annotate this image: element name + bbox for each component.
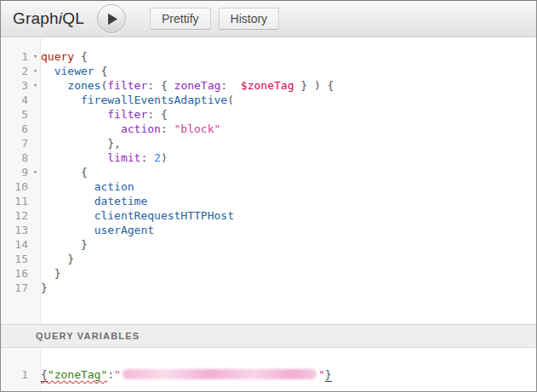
code-token: ( <box>227 94 234 106</box>
line-number: 15 <box>1 252 30 266</box>
code-text: action: "block" <box>41 122 220 135</box>
line-number: 1 <box>1 49 30 64</box>
code-token: { <box>41 166 88 179</box>
fold-arrow-icon[interactable]: ▾ <box>30 165 41 179</box>
code-line: 15 } <box>1 252 536 266</box>
code-token: } <box>325 368 332 382</box>
code-token: ) <box>161 151 168 164</box>
code-token: zones <box>67 79 100 92</box>
code-line: 2▾ viewer { <box>1 64 536 78</box>
history-button[interactable]: History <box>219 8 280 30</box>
code-token: query <box>41 50 74 63</box>
code-token: userAgent <box>94 224 154 236</box>
toolbar: Prettify History <box>150 8 279 30</box>
code-line: 17} <box>1 281 536 295</box>
graphiql-app: GraphiQL Prettify History 1▾query {2▾ vi… <box>0 0 537 392</box>
code-line: 12 clientRequestHTTPHost <box>1 208 536 223</box>
line-number: 5 <box>1 107 30 122</box>
code-text: clientRequestHTTPHost <box>41 209 234 222</box>
code-line: 4 firewallEventsAdaptive( <box>1 93 536 107</box>
code-text: filter: { <box>41 108 168 121</box>
line-number: 8 <box>1 151 30 165</box>
code-token: } <box>41 281 48 294</box>
line-number: 17 <box>1 281 30 295</box>
code-token: " <box>318 368 325 381</box>
line-number: 12 <box>1 208 30 223</box>
code-text: query { <box>41 50 88 63</box>
query-variables-header[interactable]: QUERY VARIABLES <box>1 324 536 348</box>
code-line: 6 action: "block" <box>1 122 536 136</box>
code-token: : <box>220 79 240 92</box>
code-token <box>41 122 121 135</box>
code-token <box>41 224 94 236</box>
code-token: } <box>41 238 88 251</box>
code-text: {"zoneTag":""} <box>41 368 332 381</box>
fold-arrow-icon[interactable]: ▾ <box>30 64 41 78</box>
code-token <box>41 65 54 77</box>
code-token: clientRequestHTTPHost <box>94 209 234 222</box>
code-token: " <box>114 368 121 381</box>
query-editor[interactable]: 1▾query {2▾ viewer {3▾ zones(filter: { z… <box>1 37 536 324</box>
line-number: 6 <box>1 122 30 136</box>
code-token: }, <box>41 137 121 150</box>
fold-arrow-icon[interactable]: ▾ <box>30 49 41 64</box>
code-text: }, <box>41 137 121 150</box>
code-token: 2 <box>154 151 161 164</box>
code-line: 5 filter: { <box>1 107 536 122</box>
play-icon <box>105 13 118 26</box>
line-number: 3 <box>1 78 30 93</box>
query-variables-title: QUERY VARIABLES <box>36 331 140 341</box>
prettify-button[interactable]: Prettify <box>150 8 211 30</box>
code-token: datetime <box>94 195 148 207</box>
code-token: { <box>74 50 88 63</box>
code-text: zones(filter: { zoneTag: $zoneTag } ) { <box>41 79 334 92</box>
code-token <box>41 195 94 207</box>
code-text: userAgent <box>41 224 154 236</box>
code-token: $zoneTag <box>241 79 294 92</box>
code-line: 13 userAgent <box>1 223 536 237</box>
code-token: } <box>41 253 74 265</box>
code-line: 1▾query { <box>1 49 536 64</box>
code-token: : <box>107 368 114 381</box>
code-line: 7 }, <box>1 136 536 151</box>
app-title: GraphiQL <box>13 9 84 28</box>
code-token <box>41 209 94 222</box>
code-text: } <box>41 238 88 251</box>
code-token: } <box>41 267 60 280</box>
code-text: action <box>41 180 134 193</box>
code-text: firewallEventsAdaptive( <box>41 94 234 106</box>
line-number: 2 <box>1 64 30 78</box>
execute-button[interactable] <box>97 4 126 33</box>
code-token <box>41 94 81 106</box>
code-token: "block" <box>174 122 221 135</box>
line-number: 11 <box>1 194 30 208</box>
redacted-value-blob <box>123 369 317 379</box>
code-text: datetime <box>41 195 147 207</box>
code-text: } <box>41 253 74 265</box>
variables-editor[interactable]: 1{"zoneTag":""} <box>1 348 536 391</box>
code-token: zoneTag <box>174 79 221 92</box>
line-number: 7 <box>1 136 30 151</box>
code-token <box>41 108 107 121</box>
code-line: 11 datetime <box>1 194 536 208</box>
code-token <box>41 151 107 164</box>
line-number: 16 <box>1 266 30 281</box>
fold-arrow-icon[interactable]: ▾ <box>30 78 41 93</box>
code-token: filter <box>107 79 147 92</box>
line-number: 10 <box>1 179 30 194</box>
code-token: "zoneTag" <box>48 368 107 381</box>
code-token: limit <box>107 151 140 164</box>
line-number: 13 <box>1 223 30 237</box>
code-text: { <box>41 166 88 179</box>
code-token: : { <box>147 108 167 121</box>
app-title-part: QL <box>62 9 84 27</box>
code-text: } <box>41 267 60 280</box>
code-token: viewer <box>54 65 94 77</box>
code-token: action <box>94 180 134 193</box>
code-line: 3▾ zones(filter: { zoneTag: $zoneTag } )… <box>1 78 536 93</box>
code-token: : <box>140 151 154 164</box>
code-token: { <box>94 65 108 77</box>
code-text: viewer { <box>41 65 107 77</box>
line-number: 1 <box>1 367 30 382</box>
code-line: 10 action <box>1 179 536 194</box>
